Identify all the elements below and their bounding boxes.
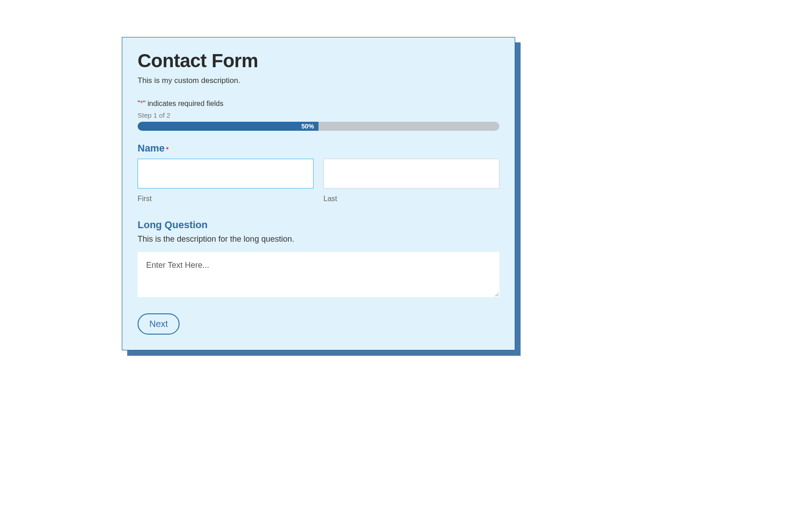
- progress-percent-label: 50%: [301, 123, 314, 130]
- name-field-group: Name* First Last: [138, 142, 499, 203]
- last-name-col: Last: [323, 159, 499, 203]
- last-name-input[interactable]: [323, 159, 499, 188]
- first-name-input[interactable]: [138, 159, 314, 188]
- asterisk-icon: *: [166, 145, 169, 153]
- required-legend-suffix: " indicates required fields: [143, 100, 223, 107]
- long-question-textarea[interactable]: [138, 252, 499, 297]
- required-legend: "*" indicates required fields: [138, 100, 499, 108]
- contact-form-card: Contact Form This is my custom descripti…: [122, 37, 515, 350]
- first-name-sublabel: First: [138, 195, 314, 203]
- name-row: First Last: [138, 159, 499, 203]
- last-name-sublabel: Last: [323, 195, 499, 203]
- form-title: Contact Form: [138, 50, 499, 72]
- first-name-col: First: [138, 159, 314, 203]
- long-question-label: Long Question: [138, 219, 499, 231]
- step-indicator: Step 1 of 2: [138, 111, 499, 119]
- long-question-field-group: Long Question This is the description fo…: [138, 219, 499, 299]
- progress-bar: 50%: [138, 122, 499, 131]
- long-question-description: This is the description for the long que…: [138, 234, 499, 244]
- name-label: Name*: [138, 142, 499, 154]
- progress-fill: 50%: [138, 122, 318, 131]
- name-label-text: Name: [138, 142, 165, 154]
- form-description: This is my custom description.: [138, 76, 499, 85]
- next-button[interactable]: Next: [138, 313, 180, 335]
